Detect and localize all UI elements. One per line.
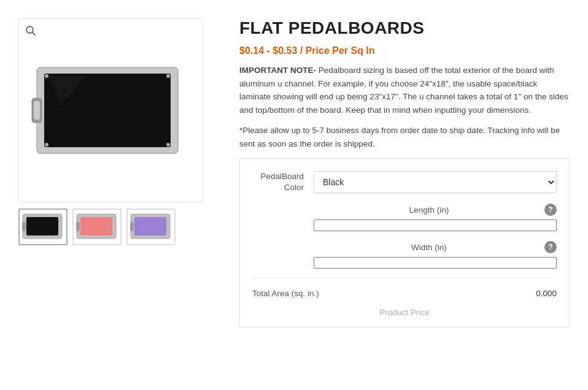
product-price-label: Product Price — [379, 308, 429, 317]
shipping-note: *Please allow up to 5-7 business days fr… — [239, 124, 570, 150]
length-field-group: Length (in) ? — [314, 204, 557, 231]
product-price-row: Product Price — [252, 308, 557, 317]
svg-point-7 — [45, 74, 48, 78]
product-price-range: $0.14 - $0.53 / Price Per Sq In — [239, 45, 570, 56]
thumbnail-black[interactable] — [18, 208, 68, 245]
note-label: IMPORTANT NOTE- — [239, 66, 316, 75]
svg-rect-19 — [130, 222, 134, 231]
svg-point-8 — [166, 74, 170, 78]
product-column: FLAT PEDALBOARDS $0.14 - $0.53 / Price P… — [239, 18, 570, 327]
length-label: Length (in) — [314, 205, 544, 215]
length-input[interactable] — [314, 220, 557, 231]
color-field: Black Pink Purple — [314, 171, 557, 193]
svg-rect-18 — [134, 217, 166, 235]
width-input[interactable] — [314, 257, 557, 269]
svg-point-10 — [166, 143, 170, 147]
svg-rect-5 — [34, 101, 40, 120]
total-area-label: Total Area (sq. in.) — [252, 289, 319, 298]
configurator: PedalBoardColor Black Pink Purple Length… — [239, 158, 570, 328]
svg-rect-16 — [76, 222, 80, 231]
width-help-icon[interactable]: ? — [544, 241, 557, 253]
thumbnail-pink[interactable] — [72, 208, 122, 245]
svg-point-9 — [45, 143, 48, 147]
thumbnails-row — [18, 208, 215, 245]
total-area-value: 0.000 — [536, 289, 557, 298]
length-help-icon[interactable]: ? — [544, 204, 557, 216]
zoom-icon[interactable] — [25, 25, 36, 39]
main-product-image — [31, 49, 190, 172]
color-config-row: PedalBoardColor Black Pink Purple — [252, 171, 557, 194]
color-label: PedalBoardColor — [252, 171, 314, 194]
main-image-wrapper — [18, 18, 203, 202]
svg-line-1 — [33, 32, 35, 35]
important-note: IMPORTANT NOTE- Pedalboard sizing is bas… — [239, 64, 570, 117]
total-area-row: Total Area (sq. in.) 0.000 — [252, 289, 557, 298]
image-column — [18, 18, 215, 327]
color-select[interactable]: Black Pink Purple — [314, 171, 557, 193]
width-label: Width (in) — [314, 243, 544, 252]
length-config-row: Length (in) ? — [252, 204, 557, 231]
svg-rect-15 — [80, 217, 112, 235]
width-field-group: Width (in) ? — [314, 241, 557, 269]
width-config-row: Width (in) ? — [252, 241, 557, 269]
svg-rect-12 — [26, 217, 58, 235]
divider — [252, 278, 557, 279]
product-title: FLAT PEDALBOARDS — [239, 18, 570, 38]
svg-rect-13 — [22, 222, 26, 231]
thumbnail-purple[interactable] — [126, 208, 176, 245]
